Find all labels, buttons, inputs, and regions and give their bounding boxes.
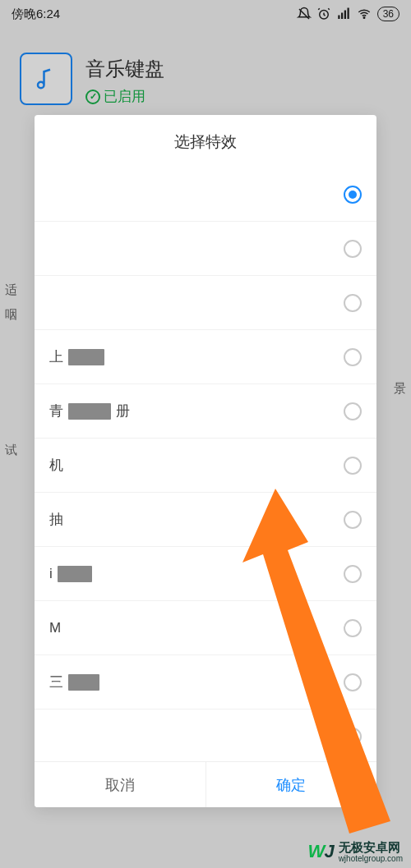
- effect-label: 上: [49, 347, 104, 366]
- ok-button[interactable]: 确定: [206, 762, 377, 807]
- effect-label: 青册: [49, 402, 130, 420]
- radio-button[interactable]: [344, 619, 362, 637]
- effect-row[interactable]: 抽: [35, 493, 376, 547]
- effect-label: M: [49, 620, 61, 636]
- effect-row[interactable]: [35, 276, 376, 330]
- radio-button[interactable]: [344, 511, 362, 529]
- effect-list[interactable]: 上青册机抽iM三: [35, 168, 376, 761]
- redacted-text: [58, 566, 92, 582]
- effect-row[interactable]: 青册: [35, 384, 376, 439]
- watermark-brand: 无极安卓网: [339, 841, 403, 855]
- effect-row[interactable]: i: [35, 547, 376, 601]
- effect-label: 三: [49, 673, 99, 691]
- watermark-url: wjhotelgroup.com: [339, 854, 403, 863]
- radio-button[interactable]: [344, 457, 362, 475]
- radio-button[interactable]: [344, 294, 362, 312]
- radio-button[interactable]: [344, 186, 362, 204]
- effect-label: 机: [49, 456, 63, 475]
- select-effect-dialog: 选择特效 上青册机抽iM三 取消 确定: [35, 115, 376, 807]
- radio-button[interactable]: [344, 673, 362, 691]
- dialog-title: 选择特效: [35, 115, 376, 168]
- radio-button[interactable]: [344, 565, 362, 583]
- radio-button[interactable]: [344, 348, 362, 366]
- watermark: WJ 无极安卓网 wjhotelgroup.com: [308, 841, 403, 864]
- effect-row[interactable]: M: [35, 601, 376, 655]
- effect-row[interactable]: [35, 710, 376, 761]
- radio-button[interactable]: [344, 728, 362, 746]
- effect-row[interactable]: [35, 222, 376, 276]
- effect-row[interactable]: 上: [35, 330, 376, 384]
- radio-button[interactable]: [344, 240, 362, 258]
- effect-label: 抽: [49, 510, 63, 529]
- redacted-text: [68, 403, 111, 420]
- effect-row[interactable]: 三: [35, 655, 376, 710]
- redacted-text: [68, 349, 104, 365]
- cancel-button[interactable]: 取消: [35, 762, 206, 807]
- effect-label: i: [49, 566, 92, 582]
- effect-row[interactable]: [35, 168, 376, 222]
- redacted-text: [68, 674, 99, 691]
- radio-button[interactable]: [344, 402, 362, 420]
- effect-row[interactable]: 机: [35, 439, 376, 493]
- dialog-actions: 取消 确定: [35, 761, 376, 807]
- watermark-logo: WJ: [308, 841, 334, 862]
